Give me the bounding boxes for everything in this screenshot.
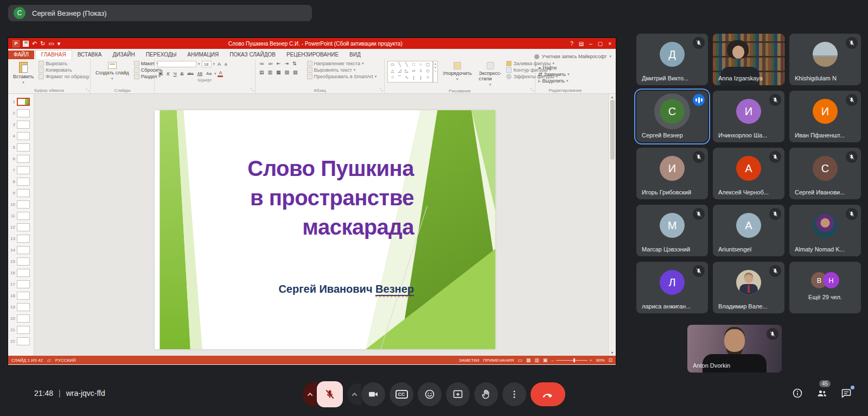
notes-button[interactable]: ЗАМЕТКИ [459, 358, 479, 363]
language-indicator[interactable]: РУССКИЙ [55, 358, 76, 363]
redo-icon[interactable]: ↻ [40, 41, 45, 47]
slide-thumbnail-image[interactable] [17, 212, 30, 220]
slide-thumbnail[interactable]: 4 [10, 130, 32, 142]
shape-icon[interactable]: △ [389, 68, 396, 75]
zoom-out-icon[interactable]: – [551, 358, 553, 363]
tab-insert[interactable]: ВСТАВКА [72, 51, 107, 59]
shape-icon[interactable]: ▭ [389, 62, 396, 68]
slide-canvas[interactable]: Слово Пушкина в пространстве маскарада С… [155, 110, 495, 349]
presenting-banner[interactable]: С Сергей Везнер (Показ) [8, 5, 312, 21]
shape-icon[interactable]: ⇩ [417, 68, 424, 75]
shape-icon[interactable]: ✧ [424, 75, 431, 81]
end-call-button[interactable] [531, 382, 565, 406]
slide-thumbnail-image[interactable] [17, 337, 30, 345]
slide-thumbnail-image[interactable] [17, 269, 30, 277]
shape-icon[interactable]: { [410, 75, 417, 81]
shape-icon[interactable]: ⇨ [410, 68, 417, 75]
restore-button[interactable]: ▢ [598, 41, 603, 47]
select-button[interactable]: ▹Выделить▾ [538, 78, 592, 84]
slide-thumbnail[interactable]: 13 [10, 233, 32, 244]
slide-thumbnail[interactable]: 18 [10, 290, 32, 301]
shape-icon[interactable]: ⌒ [396, 75, 403, 81]
alignment-icon[interactable]: ▥ [267, 70, 274, 75]
tab-transitions[interactable]: ПЕРЕХОДЫ [141, 51, 182, 59]
slide-thumbnail[interactable]: 6 [10, 153, 32, 165]
view-sorter-icon[interactable]: ▦ [526, 357, 531, 363]
slide-thumbnail[interactable]: 14 [10, 244, 32, 256]
tab-animations[interactable]: АНИМАЦИЯ [182, 51, 224, 59]
slide-thumbnail-image[interactable] [17, 121, 30, 129]
grow-font-button[interactable]: А [216, 61, 222, 67]
copy-button[interactable]: Копировать [39, 67, 90, 73]
slide-thumbnail-image[interactable] [17, 189, 30, 197]
captions-button[interactable]: CC [390, 382, 413, 406]
zoom-slider[interactable]: – + [551, 358, 592, 363]
participant-tile[interactable]: И Игорь Грибовский [636, 148, 708, 199]
slide-thumbnail[interactable]: 1 [10, 96, 32, 108]
bold-button[interactable]: Ж [157, 71, 164, 77]
shapes-gallery[interactable]: ▭╲╲□○▢△◿◺⇨⇩◇☆⌒∿{}✧ [387, 61, 433, 83]
view-slideshow-icon[interactable]: ▣ [543, 357, 548, 363]
slide-thumbnail-image[interactable] [17, 223, 30, 231]
alignment-icon[interactable]: ▦ [275, 70, 282, 75]
subscript-button[interactable]: abc [186, 72, 194, 75]
slide-thumbnail[interactable]: 7 [10, 165, 32, 176]
shape-icon[interactable]: ▢ [424, 62, 431, 68]
participant-tile[interactable]: С Сергей Иванови... [789, 148, 861, 199]
slide-subtitle-text[interactable]: Сергей Иванович Везнер [186, 283, 414, 295]
slide-thumbnail-image[interactable] [17, 178, 30, 186]
raise-hand-button[interactable] [474, 382, 498, 406]
slide-thumbnail-image[interactable] [17, 155, 30, 163]
tab-slideshow[interactable]: ПОКАЗ СЛАЙДОВ [224, 51, 281, 59]
slide-thumbnail[interactable]: 8 [10, 176, 32, 187]
participant-tile-featured[interactable]: Anton Dvorkin [687, 325, 782, 373]
zoom-knob[interactable] [573, 358, 575, 362]
shape-icon[interactable]: □ [410, 62, 417, 68]
participant-tile[interactable]: A Ariuntsengel [713, 205, 784, 256]
shrink-font-button[interactable]: А [224, 62, 228, 66]
tab-view[interactable]: ВИД [344, 51, 366, 59]
font-size-combobox[interactable]: 18 [202, 61, 212, 67]
close-button[interactable]: × [608, 41, 611, 47]
slide-thumbnail[interactable]: 22 [10, 336, 32, 347]
slide-thumbnail[interactable]: 9 [10, 187, 32, 199]
shapes-gallery-scroll[interactable]: ▴▾▿ [433, 61, 438, 83]
participant-tile[interactable]: Владимир Вале... [713, 262, 784, 313]
alignment-icon[interactable]: ▤ [258, 70, 265, 75]
more-options-button[interactable] [502, 382, 526, 406]
present-button[interactable] [446, 382, 470, 406]
shape-icon[interactable]: ◺ [403, 68, 410, 75]
dialog-launcher-icon[interactable]: ⤡ [86, 87, 89, 93]
participant-tile-speaking[interactable]: С Сергей Везнер [636, 91, 708, 142]
slide-thumbnail-image[interactable] [17, 235, 30, 243]
camera-toggle-button[interactable] [361, 382, 385, 406]
slide-thumbnail[interactable]: 19 [10, 301, 32, 313]
scrollbar-thumb[interactable] [610, 100, 615, 160]
slide-thumbnail[interactable]: 10 [10, 199, 32, 210]
spellcheck-icon[interactable]: ▱ [47, 357, 51, 363]
cut-button[interactable]: Вырезать [39, 61, 90, 66]
shape-icon[interactable]: ◇ [424, 68, 431, 75]
slide-thumbnail[interactable]: 17 [10, 279, 32, 290]
paste-button[interactable]: Вставить ▾ [11, 61, 36, 86]
participant-tile[interactable]: А Алексей Черноб... [713, 148, 784, 199]
account-button[interactable]: Учетная запись Майкрософт ▾ [534, 54, 616, 59]
slide-thumbnail-image[interactable] [17, 143, 30, 152]
italic-button[interactable]: К [165, 71, 170, 77]
participants-button[interactable]: 45 [816, 388, 828, 401]
participant-tile[interactable]: И Ичинхорлоо Ша... [713, 91, 784, 142]
paragraph-icon[interactable]: ≔ [258, 61, 265, 66]
dialog-launcher-icon[interactable]: ⤡ [531, 87, 534, 93]
save-icon[interactable] [23, 41, 29, 47]
slide-thumbnail-image[interactable] [17, 98, 30, 106]
ribbon-options-button[interactable]: ▤ [579, 41, 584, 47]
slide-thumbnail-image[interactable] [17, 257, 30, 266]
fit-to-window-icon[interactable]: ⊡ [608, 357, 612, 363]
replace-button[interactable]: ⇄Заменить▾ [538, 72, 592, 77]
vertical-scrollbar[interactable]: ▲ ▼ [608, 94, 616, 356]
shape-icon[interactable]: ╲ [396, 62, 403, 68]
slide-thumbnail-image[interactable] [17, 292, 30, 300]
powerpoint-titlebar[interactable]: P ↶ ↻ ▭ ▾ Слово Пушкина Везнер С.И. - Po… [8, 38, 616, 49]
scroll-up-icon[interactable]: ▲ [610, 95, 614, 99]
undo-icon[interactable]: ↶ [32, 41, 37, 47]
